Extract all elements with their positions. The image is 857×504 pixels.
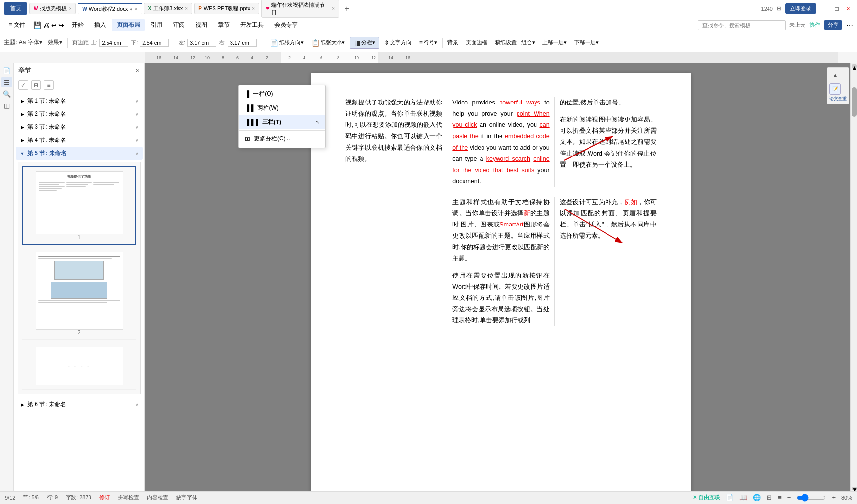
- expand-icon-5[interactable]: ▼: [19, 151, 25, 156]
- page-border-button[interactable]: 页面边框: [463, 38, 490, 47]
- expand-icon-2[interactable]: ▶: [19, 111, 25, 117]
- line-number-button[interactable]: ≡ 行号▾: [416, 38, 440, 47]
- margin-bottom-input[interactable]: [140, 39, 169, 47]
- text-direction-button[interactable]: ⇕ 文字方向: [381, 38, 414, 47]
- tab-wps-template[interactable]: W 找版壳模板 ×: [29, 3, 76, 14]
- view-print-btn[interactable]: 📄: [726, 494, 733, 501]
- svg-text:2: 2: [288, 55, 291, 60]
- undo-icon[interactable]: ↩: [51, 21, 57, 29]
- close-button[interactable]: ×: [843, 4, 853, 14]
- spell-check-btn[interactable]: 拼写检查: [118, 494, 139, 501]
- menu-review[interactable]: 审阅: [168, 19, 190, 31]
- tab-close-ppt[interactable]: ×: [252, 6, 255, 11]
- zoom-in-btn[interactable]: +: [832, 494, 836, 501]
- panel-icon-document[interactable]: 📄: [1, 65, 12, 76]
- revision-indicator[interactable]: 修订: [99, 494, 110, 501]
- view-full-btn[interactable]: ⊞: [767, 494, 772, 501]
- highlight-point: point When you click: [452, 110, 549, 128]
- margin-left-input[interactable]: [187, 39, 216, 47]
- panel-up-btn[interactable]: ▲: [829, 70, 841, 81]
- essay-check-button[interactable]: 📝: [829, 83, 841, 95]
- more-col-label: 更多分栏(C)...: [254, 135, 290, 143]
- search-input[interactable]: [698, 20, 786, 30]
- sidebar-item-section1[interactable]: ▶ 第 1 节: 未命名 ∨: [16, 94, 143, 107]
- view-web-btn[interactable]: 🌐: [753, 494, 761, 501]
- sidebar-item-section5[interactable]: ▼ 第 5 节: 未命名 ∨: [16, 147, 143, 160]
- zoom-out-btn[interactable]: −: [787, 494, 791, 501]
- menu-dev-tools[interactable]: 开发工具: [235, 19, 268, 31]
- minimize-button[interactable]: ─: [820, 4, 830, 14]
- share-button[interactable]: 分享: [824, 20, 842, 30]
- expand-icon-1[interactable]: ▶: [19, 98, 25, 104]
- print-icon[interactable]: 🖨: [43, 21, 50, 29]
- column-button[interactable]: ▦ 分栏▾: [350, 37, 379, 49]
- redo-icon[interactable]: ↪: [58, 21, 64, 29]
- column-option-one[interactable]: ▐ 一栏(O): [239, 87, 325, 101]
- paper-size-button[interactable]: 📋 纸张大小▾: [308, 38, 348, 48]
- collab-button[interactable]: 协作: [809, 21, 820, 29]
- margin-right-input[interactable]: [228, 39, 257, 47]
- sidebar-item-section3[interactable]: ▶ 第 3 节: 未命名 ∨: [16, 121, 143, 134]
- more-options-icon[interactable]: ⋯: [846, 21, 853, 29]
- tab-close-wps[interactable]: ×: [69, 6, 71, 11]
- menu-reference[interactable]: 引用: [146, 19, 167, 31]
- one-col-label: 一栏(O): [253, 90, 273, 98]
- tab-excel[interactable]: X 工作簿3.xlsx ×: [144, 3, 193, 14]
- column-option-more[interactable]: ⊞ 更多分栏(C)...: [239, 132, 325, 146]
- sidebar-list-icon[interactable]: ≡: [44, 80, 54, 90]
- thumbnail-2[interactable]: 2: [22, 248, 136, 340]
- panel-icon-search[interactable]: 🔍: [1, 88, 12, 99]
- paper-direction-button[interactable]: 📄 纸张方向▾: [267, 38, 306, 48]
- tab-close-word[interactable]: ×: [135, 6, 138, 12]
- background-button[interactable]: 背景: [445, 38, 461, 47]
- tab-close-excel[interactable]: ×: [185, 6, 188, 11]
- tab-festival[interactable]: ❤ 端午狂欢祝福浓情满节日 ×: [261, 0, 339, 18]
- group-button[interactable]: 组合▾: [521, 39, 535, 46]
- sidebar-add-icon[interactable]: ✓: [18, 80, 28, 90]
- sidebar-close-button[interactable]: ×: [136, 67, 140, 74]
- tab-close-festival[interactable]: ×: [332, 6, 335, 11]
- maximize-button[interactable]: □: [832, 4, 841, 14]
- menu-insert[interactable]: 插入: [89, 19, 111, 31]
- sidebar-item-section4[interactable]: ▶ 第 4 节: 未命名 ∨: [16, 134, 143, 147]
- thumbnail-3[interactable]: - - - -: [22, 343, 136, 390]
- zoom-slider[interactable]: [797, 494, 826, 502]
- menu-start[interactable]: 开始: [67, 19, 89, 31]
- tab-word[interactable]: W Word教程2.docx ● ×: [78, 3, 142, 14]
- scroll-thumb[interactable]: [852, 87, 857, 117]
- expand-icon-3[interactable]: ▶: [19, 124, 25, 130]
- home-tab[interactable]: 首页: [4, 2, 27, 15]
- font-missing-btn[interactable]: 缺字字体: [176, 494, 197, 501]
- tab-ppt[interactable]: P WPS PPT教程.pptx ×: [194, 3, 259, 14]
- paper-setting-button[interactable]: 稿纸设置: [492, 38, 519, 47]
- menu-page-layout[interactable]: 页面布局: [112, 19, 145, 31]
- column-option-two[interactable]: ▐▐ 两栏(W): [239, 101, 325, 115]
- scroll-up-btn[interactable]: ▲: [852, 64, 857, 68]
- margin-top-input[interactable]: [99, 39, 128, 47]
- content-check-btn[interactable]: 内容检查: [147, 494, 168, 501]
- upper-layer-button[interactable]: 上移一层▾: [539, 38, 570, 47]
- expand-icon-4[interactable]: ▶: [19, 138, 25, 143]
- menu-vip[interactable]: 会员专享: [269, 19, 303, 31]
- sidebar-item-section6[interactable]: ▶ 第 6 节: 未命名 ∨: [16, 398, 143, 411]
- menu-file[interactable]: ≡ 文件: [4, 19, 30, 31]
- column-option-three[interactable]: ▐▐▐ 三栏(T) ↖: [239, 115, 325, 129]
- section-5-label: 第 5 节: 未命名: [27, 149, 135, 157]
- sidebar-grid-icon[interactable]: ⊞: [31, 80, 41, 90]
- panel-icon-chapter[interactable]: ☰: [1, 77, 12, 87]
- panel-icon-nav[interactable]: ◫: [1, 100, 12, 111]
- new-tab-button[interactable]: +: [341, 3, 353, 15]
- sidebar-item-section2[interactable]: ▶ 第 2 节: 未命名 ∨: [16, 107, 143, 121]
- login-button[interactable]: 立即登录: [785, 3, 816, 14]
- scroll-down-btn[interactable]: ▼: [852, 487, 857, 490]
- save-icon[interactable]: 💾: [33, 21, 41, 29]
- menu-view[interactable]: 视图: [191, 19, 212, 31]
- thumbnail-1[interactable]: 视频提供了功能: [22, 166, 136, 245]
- menu-chapter[interactable]: 章节: [213, 19, 234, 31]
- cloud-status[interactable]: 未上云: [789, 21, 805, 29]
- view-read-btn[interactable]: 📖: [739, 494, 747, 501]
- outline-view-btn[interactable]: ≡: [778, 494, 782, 501]
- lower-layer-button[interactable]: 下移一层▾: [571, 38, 602, 47]
- expand-icon-6[interactable]: ▶: [19, 402, 25, 408]
- vertical-scrollbar[interactable]: ▲ ▼: [850, 63, 857, 491]
